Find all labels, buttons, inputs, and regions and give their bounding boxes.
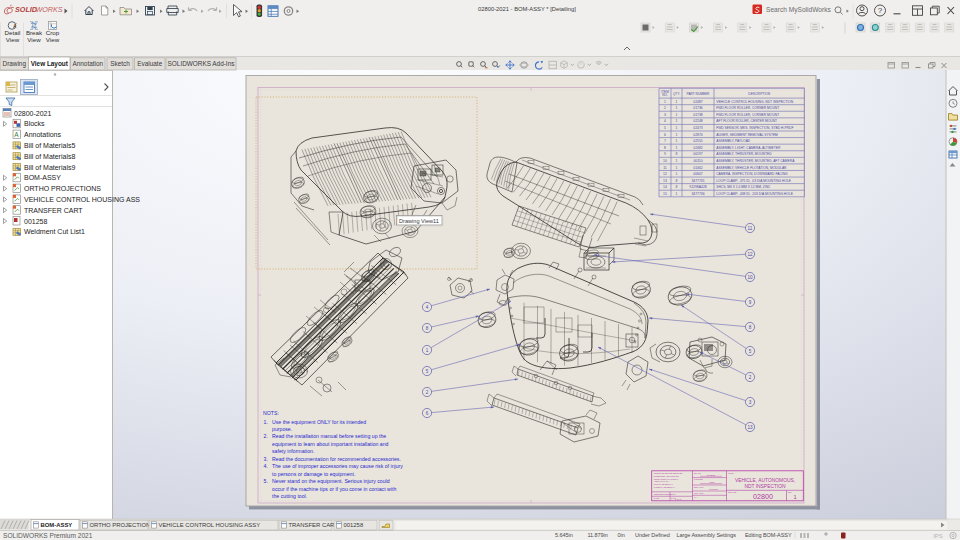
svg-text:CHECKED: CHECKED bbox=[694, 478, 703, 480]
svg-text:02482: 02482 bbox=[693, 146, 703, 150]
svg-text:00197: 00197 bbox=[693, 152, 703, 156]
svg-text:safety information.: safety information. bbox=[272, 448, 314, 454]
svg-text:INTERPRET GEOMETRIC: INTERPRET GEOMETRIC bbox=[654, 493, 676, 495]
svg-text:5: 5 bbox=[664, 126, 666, 130]
svg-text:SOLIDWORKS Add-Ins: SOLIDWORKS Add-Ins bbox=[168, 60, 235, 67]
svg-text:Bill of Materials5: Bill of Materials5 bbox=[24, 142, 75, 149]
svg-text:AFT FLOOR ROLLER, CENTER MOUNT: AFT FLOOR ROLLER, CENTER MOUNT bbox=[716, 119, 777, 123]
svg-text:the cutting tool.: the cutting tool. bbox=[272, 493, 307, 499]
svg-text:ASSEMBLY, VEHICLE FLOTATION, M: ASSEMBLY, VEHICLE FLOTATION, MODULAR bbox=[716, 166, 787, 170]
svg-text:9: 9 bbox=[664, 152, 666, 156]
svg-text:LOOP CLAMP, .375 ID, .03 DIA M: LOOP CLAMP, .375 ID, .03 DIA MOUNTING HO… bbox=[716, 179, 792, 183]
svg-text:Break: Break bbox=[26, 29, 43, 36]
svg-text:3: 3 bbox=[749, 400, 752, 405]
svg-text:5: 5 bbox=[426, 369, 429, 374]
svg-text:UNLESS OTHERWISE SPECIFIED: UNLESS OTHERWISE SPECIFIED bbox=[654, 472, 683, 474]
svg-text:VEHICLE CONTROL HOUSING ASSY: VEHICLE CONTROL HOUSING ASSY bbox=[159, 522, 261, 528]
svg-text:ASSEMBLY, THRUSTER, MOUNTED: ASSEMBLY, THRUSTER, MOUNTED bbox=[716, 152, 772, 156]
svg-text:View: View bbox=[46, 36, 60, 43]
svg-text:The use of improper accessorie: The use of improper accessories may caus… bbox=[272, 463, 403, 469]
svg-text:FWD FLOOR ROLLER, CORNER MOUNT: FWD FLOOR ROLLER, CORNER MOUNT bbox=[716, 113, 779, 117]
svg-text:ASSEMBLY, LIGHT, CAMERA, ALTIM: ASSEMBLY, LIGHT, CAMERA, ALTIMETER bbox=[716, 146, 781, 150]
svg-text:001258: 001258 bbox=[24, 218, 47, 225]
svg-text:Annotation: Annotation bbox=[72, 60, 103, 67]
svg-text:NOTS:: NOTS: bbox=[263, 410, 279, 416]
svg-text:BOM-ASSY: BOM-ASSY bbox=[41, 522, 73, 528]
svg-text:purpose.: purpose. bbox=[272, 426, 292, 432]
svg-text:Use the equipment ONLY for its: Use the equipment ONLY for its intended bbox=[272, 419, 366, 425]
svg-text:REV.: REV. bbox=[788, 491, 793, 493]
svg-text:4.: 4. bbox=[264, 463, 268, 469]
svg-text:Under Defined: Under Defined bbox=[635, 532, 670, 538]
svg-text:A: A bbox=[14, 131, 19, 138]
svg-text:ANGULAR: MACH: ANGULAR: MACH bbox=[654, 480, 670, 482]
svg-text:00110: 00110 bbox=[693, 159, 702, 163]
svg-text:Bill of Materials8: Bill of Materials8 bbox=[24, 153, 75, 160]
svg-text:1: 1 bbox=[676, 159, 678, 163]
svg-text:VEHICLE CONTROL HOUSING, NDT I: VEHICLE CONTROL HOUSING, NDT INSPECTION bbox=[716, 100, 794, 104]
svg-text:FWD SENSOR, MKS. INSPECTION, S: FWD SENSOR, MKS. INSPECTION, STBD H-PRUF bbox=[716, 126, 793, 130]
svg-text:15: 15 bbox=[663, 192, 667, 196]
svg-text:ASSEMBLY, PAYLOAD: ASSEMBLY, PAYLOAD bbox=[716, 139, 751, 143]
svg-text:QTY.: QTY. bbox=[673, 92, 680, 96]
svg-text:01462: 01462 bbox=[693, 166, 703, 170]
svg-text:1: 1 bbox=[426, 348, 429, 353]
svg-text:THREE PLACE DECIMAL: THREE PLACE DECIMAL bbox=[654, 486, 675, 488]
svg-text:8/17/2021: 8/17/2021 bbox=[709, 488, 719, 490]
svg-text:8: 8 bbox=[664, 146, 666, 150]
svg-text:1: 1 bbox=[676, 133, 678, 137]
svg-text:TWO PLACE DECIMAL: TWO PLACE DECIMAL bbox=[654, 483, 673, 485]
svg-text:COM: COM bbox=[709, 481, 714, 483]
svg-text:02473: 02473 bbox=[693, 126, 703, 130]
svg-text:Evaluate: Evaluate bbox=[137, 60, 162, 67]
svg-text:14: 14 bbox=[663, 185, 667, 189]
svg-text:ASSEMBLY, THRUSTER, MOUNTED, A: ASSEMBLY, THRUSTER, MOUNTED, AFT CAMERA bbox=[716, 159, 795, 163]
svg-text:TRANSFER CART: TRANSFER CART bbox=[24, 207, 83, 214]
svg-text:Drawing View11: Drawing View11 bbox=[399, 218, 439, 224]
svg-text:AUGER, SEDIMENT REMOVAL SYSTEM: AUGER, SEDIMENT REMOVAL SYSTEM bbox=[716, 133, 778, 137]
svg-text:3477731: 3477731 bbox=[691, 179, 704, 183]
svg-text:01738: 01738 bbox=[693, 113, 703, 117]
svg-text:11: 11 bbox=[663, 166, 667, 170]
svg-text:11: 11 bbox=[748, 226, 753, 231]
svg-text:BOM-ASSY: BOM-ASSY bbox=[24, 174, 61, 181]
svg-text:FWD FLOOR ROLLER, CORNER MOUNT: FWD FLOOR ROLLER, CORNER MOUNT bbox=[716, 106, 779, 110]
svg-text:VEHICLE, AUTONOMOUS,: VEHICLE, AUTONOMOUS, bbox=[735, 478, 795, 483]
svg-text:VEHICLE CONTROL HOUSING ASS: VEHICLE CONTROL HOUSING ASS bbox=[24, 196, 140, 203]
svg-text:Bill of Materials9: Bill of Materials9 bbox=[24, 164, 75, 171]
svg-text:ORTHO PROJECTIONS: ORTHO PROJECTIONS bbox=[90, 522, 155, 528]
svg-text:Editing BOM-ASSY: Editing BOM-ASSY bbox=[745, 532, 792, 538]
svg-text:00607: 00607 bbox=[693, 172, 703, 176]
svg-text:MFG APPR.: MFG APPR. bbox=[694, 492, 704, 494]
svg-text:to persons or damage to equipm: to persons or damage to equipment. bbox=[272, 471, 355, 477]
svg-text:DESCRIPTION: DESCRIPTION bbox=[748, 92, 770, 96]
svg-text:8: 8 bbox=[676, 152, 678, 156]
svg-text:LOOP CLAMP, .438 ID, .203 DIA: LOOP CLAMP, .438 ID, .203 DIA MOUNTING H… bbox=[716, 192, 793, 196]
svg-text:Read the documentation for rec: Read the documentation for recommended a… bbox=[272, 456, 401, 462]
svg-text:Detail: Detail bbox=[5, 29, 21, 36]
svg-text:DRAWN: DRAWN bbox=[694, 472, 701, 474]
svg-text:9: 9 bbox=[749, 300, 752, 305]
svg-text:occur if the machine tips or i: occur if the machine tips or if you come… bbox=[272, 486, 396, 492]
svg-text:Crop: Crop bbox=[46, 29, 60, 36]
svg-text:8: 8 bbox=[676, 179, 678, 183]
svg-text:1: 1 bbox=[676, 106, 678, 110]
svg-text:?: ? bbox=[878, 6, 883, 15]
svg-text:02555: 02555 bbox=[693, 139, 703, 143]
svg-text:DWG. NO.: DWG. NO. bbox=[728, 491, 737, 493]
svg-text:92298A428: 92298A428 bbox=[689, 185, 706, 189]
svg-text:DIMENSIONS ARE IN INCHES: DIMENSIONS ARE IN INCHES bbox=[654, 475, 680, 477]
svg-text:3: 3 bbox=[664, 113, 666, 117]
svg-text:6: 6 bbox=[426, 411, 429, 416]
svg-text:1: 1 bbox=[676, 146, 678, 150]
svg-text:PART NUMBER: PART NUMBER bbox=[687, 92, 711, 96]
svg-text:5: 5 bbox=[749, 349, 752, 354]
svg-text:SOLIDWORKS Premium 2021: SOLIDWORKS Premium 2021 bbox=[3, 532, 93, 539]
svg-text:Q.A.: Q.A. bbox=[694, 496, 698, 498]
svg-text:13: 13 bbox=[747, 425, 753, 430]
svg-text:8: 8 bbox=[426, 326, 429, 331]
svg-text:2: 2 bbox=[749, 375, 752, 380]
svg-text:001258: 001258 bbox=[344, 522, 364, 528]
svg-text:2: 2 bbox=[664, 106, 666, 110]
svg-text:1: 1 bbox=[793, 494, 796, 500]
